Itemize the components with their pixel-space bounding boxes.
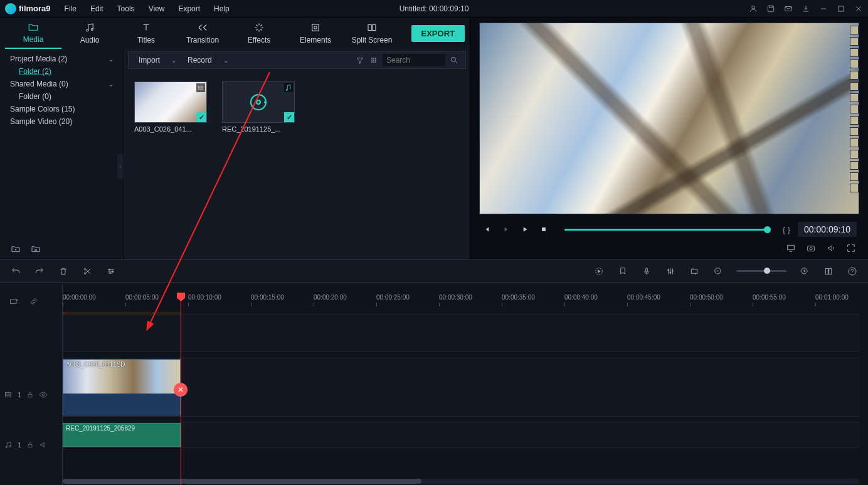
import-dropdown[interactable]: Import⌄ — [135, 55, 180, 66]
marker-icon[interactable] — [617, 266, 628, 277]
menu-items: File Edit Tools View Export Help — [58, 2, 236, 16]
play-icon[interactable] — [519, 224, 531, 235]
zoom-slider[interactable] — [736, 270, 786, 272]
snapshot-icon[interactable] — [805, 242, 817, 254]
marker-thumb[interactable] — [850, 48, 859, 57]
search-input[interactable] — [383, 54, 445, 66]
close-icon[interactable] — [854, 4, 863, 13]
grid-view-icon[interactable] — [369, 55, 379, 65]
ruler-tick: 00:00:30:00 — [439, 294, 472, 301]
redo-icon[interactable] — [34, 266, 45, 277]
tab-audio[interactable]: Audio — [61, 18, 118, 48]
menu-help[interactable]: Help — [208, 2, 236, 16]
clip-thumbnail-audio[interactable]: ✓ REC_20191125_... — [222, 81, 295, 133]
sidebar-item-sample-colors[interactable]: Sample Colors (15) — [0, 103, 124, 115]
marker-thumb[interactable] — [850, 116, 859, 125]
marker-thumb[interactable] — [850, 26, 859, 34]
video-clip[interactable]: A003_C026_0411SD — [63, 359, 181, 415]
tab-titles[interactable]: Titles — [118, 18, 174, 48]
save-icon[interactable] — [766, 4, 775, 13]
help-icon[interactable] — [847, 266, 858, 277]
crop-icon[interactable] — [689, 266, 700, 277]
marker-thumb[interactable] — [850, 105, 859, 113]
mixer-icon[interactable] — [665, 266, 676, 277]
render-icon[interactable] — [593, 266, 605, 277]
marker-thumb[interactable] — [850, 60, 859, 68]
download-icon[interactable] — [802, 4, 810, 13]
svg-rect-43 — [829, 268, 832, 274]
prev-frame-icon[interactable] — [482, 224, 493, 235]
cols-icon[interactable] — [823, 266, 834, 277]
sidebar-item-project-media[interactable]: Project Media (2)⌄ — [0, 53, 124, 65]
new-folder-icon[interactable] — [10, 243, 21, 254]
marker-thumb[interactable] — [850, 184, 859, 192]
gutter-link[interactable] — [29, 296, 39, 306]
undo-icon[interactable] — [10, 266, 21, 277]
menu-view[interactable]: View — [142, 2, 171, 16]
export-button[interactable]: EXPORT — [411, 25, 465, 42]
menu-export[interactable]: Export — [172, 2, 206, 16]
adjust-icon[interactable] — [105, 266, 117, 277]
track-row-spacer[interactable] — [63, 314, 859, 352]
menu-tools[interactable]: Tools — [111, 2, 141, 16]
menu-file[interactable]: File — [58, 2, 83, 16]
zoom-out-icon[interactable] — [712, 266, 724, 277]
mail-icon[interactable] — [784, 4, 793, 13]
svg-point-5 — [87, 29, 88, 31]
marker-thumb[interactable] — [850, 37, 859, 46]
zoom-in-icon[interactable] — [799, 266, 810, 277]
record-dropdown[interactable]: Record⌄ — [184, 55, 232, 66]
audio-track-header[interactable]: 1 — [4, 427, 59, 463]
marker-thumb[interactable] — [850, 127, 859, 136]
marker-thumb[interactable] — [850, 93, 859, 102]
clip-thumbnail-video[interactable]: ✓ A003_C026_041... — [134, 81, 207, 133]
tab-split-screen[interactable]: Split Screen — [344, 18, 400, 48]
preview-viewport[interactable] — [479, 23, 859, 214]
tab-media[interactable]: Media — [5, 18, 61, 49]
stop-icon[interactable] — [538, 224, 549, 235]
step-back-icon[interactable] — [500, 224, 512, 235]
voice-icon[interactable] — [641, 266, 652, 277]
title-right-icons — [749, 4, 863, 13]
marker-thumb[interactable] — [850, 172, 859, 181]
delete-icon[interactable] — [58, 266, 69, 277]
video-track-header[interactable]: 1 — [4, 377, 59, 413]
sidebar-collapse-handle[interactable]: ‹ — [117, 154, 124, 179]
search-icon[interactable] — [449, 55, 459, 65]
lock-icon[interactable] — [26, 391, 34, 399]
menu-edit[interactable]: Edit — [84, 2, 110, 16]
audio-clip[interactable]: REC_20191125_205829 — [63, 423, 181, 447]
tab-elements[interactable]: Elements — [287, 18, 344, 48]
gutter-add-track[interactable] — [9, 296, 19, 306]
fullscreen-icon[interactable] — [845, 242, 857, 254]
marker-thumb[interactable] — [850, 82, 859, 91]
split-handle[interactable]: ✕ — [174, 383, 188, 397]
volume-icon[interactable] — [825, 242, 837, 254]
display-icon[interactable] — [785, 242, 797, 254]
scissors-icon[interactable] — [82, 266, 93, 277]
tab-effects[interactable]: Effects — [231, 18, 287, 48]
timeline-body[interactable]: 00:00:00:00 00:00:05:00 00:00:10:00 00:0… — [0, 283, 868, 485]
sidebar-item-sample-video[interactable]: Sample Video (20) — [0, 115, 124, 128]
account-icon[interactable] — [749, 4, 758, 13]
delete-folder-icon[interactable] — [30, 243, 41, 254]
in-out-braces[interactable]: { } — [783, 225, 790, 234]
timeline-scrollbar[interactable] — [63, 479, 859, 484]
playhead[interactable]: ✕ — [181, 293, 181, 485]
eye-icon[interactable] — [39, 390, 48, 399]
marker-thumb[interactable] — [850, 138, 859, 147]
marker-thumb[interactable] — [850, 71, 859, 80]
sidebar-item-folder[interactable]: Folder (2) — [0, 65, 124, 78]
speaker-icon[interactable] — [39, 441, 48, 449]
sidebar-item-shared-media[interactable]: Shared Media (0)⌄ — [0, 78, 124, 90]
track-row-audio[interactable] — [63, 422, 859, 448]
sidebar-item-folder-0[interactable]: Folder (0) — [0, 90, 124, 103]
marker-thumb[interactable] — [850, 150, 859, 159]
minimize-icon[interactable] — [819, 4, 828, 13]
filter-icon[interactable] — [355, 55, 365, 65]
marker-thumb[interactable] — [850, 161, 859, 170]
maximize-icon[interactable] — [837, 4, 845, 13]
tab-transition[interactable]: Transition — [174, 18, 231, 48]
preview-progress[interactable] — [564, 229, 768, 231]
lock-icon[interactable] — [26, 441, 34, 449]
